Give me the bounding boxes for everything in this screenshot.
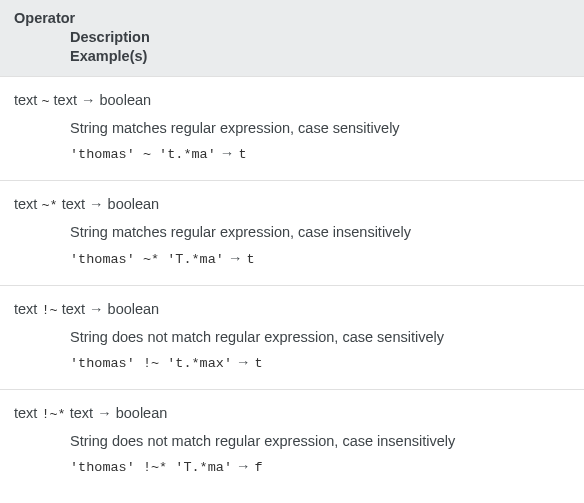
operator-description: String matches regular expression, case … bbox=[14, 113, 570, 139]
example-expr: 'thomas' !~* 'T.*ma' bbox=[70, 460, 232, 475]
operator-example: 'thomas' !~* 'T.*ma' → f bbox=[14, 452, 570, 479]
operator-example: 'thomas' ~ 't.*ma' → t bbox=[14, 139, 570, 166]
example-expr: 'thomas' ~ 't.*ma' bbox=[70, 147, 216, 162]
type-text: text bbox=[62, 301, 85, 317]
header-operator: Operator bbox=[14, 10, 75, 26]
header-description: Description bbox=[14, 26, 570, 45]
operator-symbol: ~* bbox=[41, 198, 57, 213]
table-row: text !~ text → boolean String does not m… bbox=[0, 285, 584, 389]
return-type: boolean bbox=[116, 405, 168, 421]
operator-example: 'thomas' ~* 'T.*ma' → t bbox=[14, 244, 570, 271]
arrow: → bbox=[236, 458, 251, 474]
example-result: t bbox=[255, 356, 263, 371]
table-header-cell: Operator Description Example(s) bbox=[0, 0, 584, 77]
operator-description: String does not match regular expression… bbox=[14, 426, 570, 452]
table-row: text ~ text → boolean String matches reg… bbox=[0, 77, 584, 181]
return-type: boolean bbox=[108, 301, 160, 317]
arrow: → bbox=[97, 405, 112, 421]
example-result: t bbox=[238, 147, 246, 162]
type-text: text bbox=[14, 301, 37, 317]
operator-symbol: !~ bbox=[41, 303, 57, 318]
operator-description: String does not match regular expression… bbox=[14, 322, 570, 348]
arrow: → bbox=[89, 301, 104, 317]
example-expr: 'thomas' !~ 't.*max' bbox=[70, 356, 232, 371]
operator-signature: text ~ text → boolean bbox=[14, 89, 570, 113]
return-type: boolean bbox=[99, 92, 151, 108]
type-text: text bbox=[14, 405, 37, 421]
example-result: t bbox=[247, 252, 255, 267]
operator-signature: text ~* text → boolean bbox=[14, 193, 570, 217]
arrow: → bbox=[220, 145, 235, 161]
operator-table: Operator Description Example(s) text ~ t… bbox=[0, 0, 584, 493]
operator-symbol: !~* bbox=[41, 407, 65, 422]
table-row: text !~* text → boolean String does not … bbox=[0, 389, 584, 493]
type-text: text bbox=[62, 196, 85, 212]
type-text: text bbox=[14, 196, 37, 212]
arrow: → bbox=[236, 354, 251, 370]
header-examples: Example(s) bbox=[14, 45, 570, 64]
operator-signature: text !~ text → boolean bbox=[14, 298, 570, 322]
type-text: text bbox=[70, 405, 93, 421]
example-expr: 'thomas' ~* 'T.*ma' bbox=[70, 252, 224, 267]
arrow: → bbox=[228, 250, 243, 266]
example-result: f bbox=[255, 460, 263, 475]
type-text: text bbox=[54, 92, 77, 108]
type-text: text bbox=[14, 92, 37, 108]
operator-example: 'thomas' !~ 't.*max' → t bbox=[14, 348, 570, 375]
table-row: text ~* text → boolean String matches re… bbox=[0, 181, 584, 285]
operator-signature: text !~* text → boolean bbox=[14, 402, 570, 426]
arrow: → bbox=[89, 196, 104, 212]
operator-description: String matches regular expression, case … bbox=[14, 217, 570, 243]
return-type: boolean bbox=[108, 196, 160, 212]
operator-symbol: ~ bbox=[41, 94, 49, 109]
arrow: → bbox=[81, 92, 96, 108]
